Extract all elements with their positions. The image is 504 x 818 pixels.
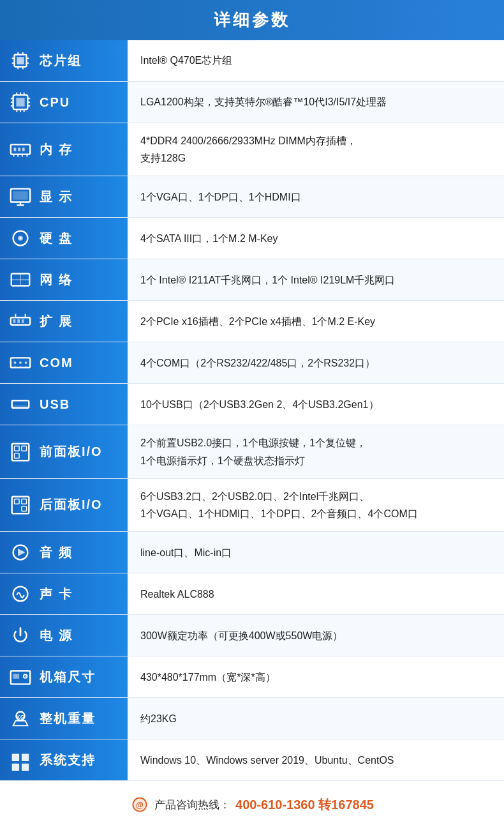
value-cell-soundcard: Realtek ALC888 <box>128 573 504 615</box>
os-icon <box>6 746 34 774</box>
label-text-usb: USB <box>40 397 70 412</box>
audio-icon <box>6 538 34 566</box>
label-cell-cpu: CPU <box>0 82 128 123</box>
svg-rect-77 <box>12 764 19 771</box>
label-text-network: 网 络 <box>40 271 73 289</box>
label-text-expansion: 扩 展 <box>40 313 73 330</box>
cpu-icon <box>6 88 34 116</box>
footer-prefix: 产品咨询热线： <box>154 798 230 812</box>
label-text-com: COM <box>40 356 73 370</box>
svg-rect-35 <box>13 192 28 200</box>
label-text-weight: 整机重量 <box>40 710 96 727</box>
page-container: 详细参数 芯片组Intel® Q470E芯片组 <box>0 0 504 818</box>
svg-rect-45 <box>22 320 24 324</box>
label-cell-memory: 内 存 <box>0 123 128 176</box>
table-row: 前面板I/O2个前置USB2.0接口，1个电源按键，1个复位键，1个电源指示灯，… <box>0 425 504 478</box>
value-cell-expansion: 2个PCIe x16插槽、2个PCIe x4插槽、1个M.2 E-Key <box>128 301 504 342</box>
label-cell-display: 显 示 <box>0 176 128 218</box>
value-cell-usb: 10个USB口（2个USB3.2Gen 2、4个USB3.2Gen1） <box>128 384 504 425</box>
value-cell-os: Windows 10、Windows server 2019、Ubuntu、Ce… <box>128 739 504 781</box>
svg-rect-75 <box>12 754 19 761</box>
svg-point-50 <box>19 361 22 364</box>
svg-rect-11 <box>16 98 24 106</box>
svg-rect-59 <box>15 446 20 451</box>
table-row: KG 整机重量约23KG <box>0 698 504 739</box>
table-row: 后面板I/O6个USB3.2口、2个USB2.0口、2个Intel千兆网口、1个… <box>0 478 504 531</box>
table-row: 声 卡Realtek ALC888 <box>0 573 504 615</box>
label-text-power: 电 源 <box>40 627 73 644</box>
label-cell-soundcard: 声 卡 <box>0 573 128 615</box>
table-row: CPULGA1200构架，支持英特尔®酷睿™10代I3/I5/I7处理器 <box>0 82 504 123</box>
svg-rect-70 <box>13 674 20 679</box>
table-row: 音 频line-out口、Mic-in口 <box>0 532 504 573</box>
label-cell-power: 电 源 <box>0 615 128 656</box>
label-cell-usb: USB <box>0 384 128 425</box>
svg-rect-1 <box>17 57 24 64</box>
svg-rect-44 <box>17 320 20 324</box>
value-cell-cpu: LGA1200构架，支持英特尔®酷睿™10代I3/I5/I7处理器 <box>128 82 504 123</box>
svg-rect-25 <box>14 148 17 151</box>
storage-icon <box>6 224 34 252</box>
table-row: COM4个COM口（2个RS232/422/485口，2个RS232口） <box>0 342 504 384</box>
svg-rect-60 <box>22 446 27 451</box>
svg-text:KG: KG <box>17 714 25 720</box>
chassis-icon <box>6 663 34 691</box>
label-cell-audio: 音 频 <box>0 532 128 573</box>
table-row: 网 络1个 Intel® I211AT千兆网口，1个 Intel® I219LM… <box>0 259 504 301</box>
label-text-audio: 音 频 <box>40 544 73 561</box>
svg-point-54 <box>25 367 27 368</box>
svg-rect-64 <box>22 499 27 504</box>
value-cell-com: 4个COM口（2个RS232/422/485口，2个RS232口） <box>128 342 504 384</box>
value-cell-reario: 6个USB3.2口、2个USB2.0口、2个Intel千兆网口、1个VGA口、1… <box>128 478 504 531</box>
svg-rect-27 <box>22 148 25 151</box>
svg-rect-78 <box>22 764 29 771</box>
label-cell-com: COM <box>0 342 128 384</box>
table-row: 芯片组Intel® Q470E芯片组 <box>0 40 504 82</box>
svg-point-52 <box>14 367 16 368</box>
table-row: 显 示1个VGA口、1个DP口、1个HDMI口 <box>0 176 504 218</box>
footer: @ 产品咨询热线： 400-610-1360 转167845 <box>0 780 504 818</box>
svg-rect-65 <box>22 506 27 511</box>
frontio-icon <box>6 438 34 466</box>
label-text-cpu: CPU <box>40 95 70 110</box>
label-text-memory: 内 存 <box>40 141 73 158</box>
svg-point-72 <box>25 676 26 677</box>
label-text-display: 显 示 <box>40 188 73 206</box>
table-row: 硬 盘4个SATA III口，1个M.2 M-Key <box>0 218 504 259</box>
value-cell-weight: 约23KG <box>128 698 504 739</box>
phone-icon: @ <box>130 795 149 814</box>
svg-rect-26 <box>18 148 20 151</box>
table-row: 机箱尺寸430*480*177mm（宽*深*高） <box>0 656 504 698</box>
value-cell-memory: 4*DDR4 2400/2666/2933MHz DIMM内存插槽，支持128G <box>128 123 504 176</box>
label-text-chassis: 机箱尺寸 <box>40 669 96 686</box>
svg-point-49 <box>14 361 17 364</box>
reario-icon <box>6 491 34 519</box>
label-cell-frontio: 前面板I/O <box>0 425 128 478</box>
footer-hotline: 400-610-1360 转167845 <box>235 796 374 814</box>
label-cell-expansion: 扩 展 <box>0 301 128 342</box>
usb-icon <box>6 390 34 418</box>
chipset-icon <box>6 47 34 75</box>
label-cell-reario: 后面板I/O <box>0 478 128 531</box>
svg-point-53 <box>20 367 22 368</box>
value-cell-display: 1个VGA口、1个DP口、1个HDMI口 <box>128 176 504 218</box>
svg-text:@: @ <box>136 801 144 810</box>
svg-rect-61 <box>15 453 20 458</box>
svg-point-38 <box>20 238 22 239</box>
label-text-chipset: 芯片组 <box>40 52 82 70</box>
svg-point-51 <box>25 361 27 364</box>
power-icon <box>6 621 34 649</box>
expansion-icon <box>6 307 34 335</box>
svg-rect-43 <box>13 320 16 324</box>
display-icon <box>6 183 34 211</box>
label-text-frontio: 前面板I/O <box>40 443 103 460</box>
label-text-storage: 硬 盘 <box>40 230 73 247</box>
page-header: 详细参数 <box>0 0 504 40</box>
table-row: 系统支持Windows 10、Windows server 2019、Ubunt… <box>0 739 504 781</box>
label-text-soundcard: 声 卡 <box>40 586 73 603</box>
com-icon <box>6 349 34 377</box>
label-cell-chipset: 芯片组 <box>0 40 128 82</box>
table-row: 电 源300W额定功率（可更换400W或550W电源） <box>0 615 504 656</box>
table-row: 内 存4*DDR4 2400/2666/2933MHz DIMM内存插槽，支持1… <box>0 123 504 176</box>
memory-icon <box>6 135 34 163</box>
